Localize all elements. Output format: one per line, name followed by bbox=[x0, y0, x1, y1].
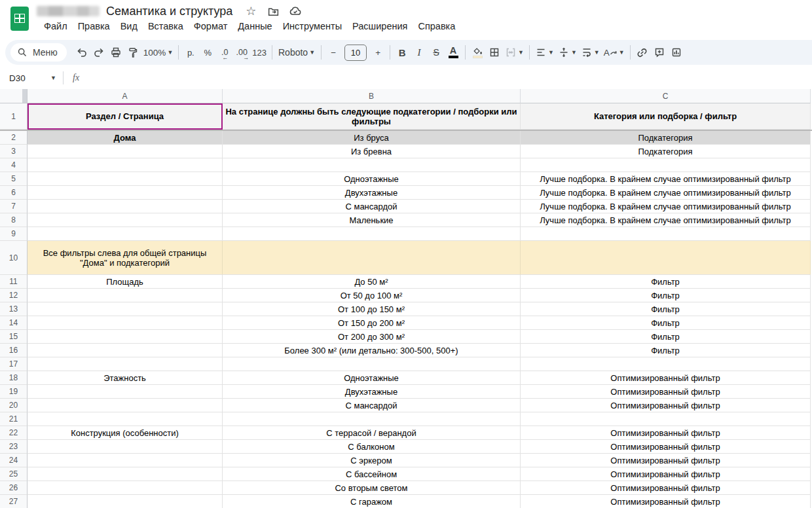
row-header-16[interactable]: 16 bbox=[0, 344, 28, 357]
cell-C7[interactable]: Лучше подборка. В крайнем случае оптимиз… bbox=[521, 200, 811, 213]
cell-A6[interactable] bbox=[28, 186, 223, 200]
cell-B4[interactable] bbox=[223, 158, 521, 172]
menu-data[interactable]: Данные bbox=[232, 19, 277, 33]
cell-A23[interactable] bbox=[28, 440, 223, 454]
cell-A25[interactable] bbox=[28, 467, 223, 481]
cell-B13[interactable]: От 100 до 150 м² bbox=[223, 302, 521, 316]
menu-file[interactable]: Файл bbox=[39, 19, 73, 33]
menu-tools[interactable]: Инструменты bbox=[278, 19, 347, 33]
row-header-25[interactable]: 25 bbox=[0, 467, 28, 481]
cell-C26[interactable]: Оптимизированный фильтр bbox=[521, 481, 811, 495]
cell-C15[interactable]: Фильтр bbox=[521, 330, 811, 344]
cell-C12[interactable]: Фильтр bbox=[521, 289, 811, 302]
cell-C9[interactable] bbox=[521, 227, 811, 241]
bold-button[interactable]: B bbox=[394, 43, 411, 62]
cell-C14[interactable]: Фильтр bbox=[521, 316, 811, 330]
sheets-logo-icon[interactable] bbox=[10, 7, 29, 31]
cell-A26[interactable] bbox=[28, 481, 223, 495]
cell-C24[interactable]: Оптимизированный фильтр bbox=[521, 454, 811, 467]
italic-button[interactable]: I bbox=[411, 43, 428, 62]
increase-decimal-button[interactable]: .00→ bbox=[233, 43, 250, 62]
text-color-button[interactable]: A bbox=[445, 43, 462, 62]
cell-A4[interactable] bbox=[28, 158, 223, 172]
strikethrough-button[interactable]: S bbox=[428, 43, 445, 62]
menu-insert[interactable]: Вставка bbox=[143, 19, 189, 33]
row-header-9[interactable]: 9 bbox=[0, 227, 28, 241]
increase-font-size-button[interactable]: + bbox=[369, 43, 386, 62]
document-status-cloud-icon[interactable] bbox=[289, 5, 302, 18]
cell-B3[interactable]: Из бревна bbox=[223, 145, 521, 158]
cell-B16[interactable]: Более 300 м² (или детально: 300-500, 500… bbox=[223, 344, 521, 357]
row-header-12[interactable]: 12 bbox=[0, 289, 28, 302]
menu-edit[interactable]: Правка bbox=[73, 19, 115, 33]
menu-view[interactable]: Вид bbox=[115, 19, 143, 33]
cell-C25[interactable]: Оптимизированный фильтр bbox=[521, 467, 811, 481]
menu-help[interactable]: Справка bbox=[413, 19, 460, 33]
row-header-24[interactable]: 24 bbox=[0, 454, 28, 467]
formula-input[interactable] bbox=[79, 67, 812, 89]
row-header-21[interactable]: 21 bbox=[0, 412, 28, 426]
row-header-10[interactable]: 10 bbox=[0, 241, 28, 275]
text-rotation-button[interactable]: A ▼ bbox=[602, 43, 627, 62]
insert-comment-button[interactable] bbox=[651, 43, 668, 62]
row-header-8[interactable]: 8 bbox=[0, 213, 28, 227]
row-header-23[interactable]: 23 bbox=[0, 440, 28, 454]
cell-A12[interactable] bbox=[28, 289, 223, 302]
menu-extensions[interactable]: Расширения bbox=[347, 19, 413, 33]
column-header-C[interactable]: C bbox=[521, 89, 811, 103]
document-title[interactable]: Семантика и структура bbox=[106, 5, 232, 18]
row-header-27[interactable]: 27 bbox=[0, 495, 28, 508]
cell-B7[interactable]: С мансардой bbox=[223, 200, 521, 213]
row-header-19[interactable]: 19 bbox=[0, 385, 28, 399]
cell-A7[interactable] bbox=[28, 200, 223, 213]
select-all-corner[interactable] bbox=[0, 89, 28, 103]
cell-A8[interactable] bbox=[28, 213, 223, 227]
cell-A13[interactable] bbox=[28, 302, 223, 316]
cell-C19[interactable]: Оптимизированный фильтр bbox=[521, 385, 811, 399]
cell-A19[interactable] bbox=[28, 385, 223, 399]
cell-B12[interactable]: От 50 до 100 м² bbox=[223, 289, 521, 302]
cell-A24[interactable] bbox=[28, 454, 223, 467]
cell-A2[interactable]: Дома bbox=[28, 131, 223, 145]
column-header-A[interactable]: A bbox=[28, 89, 223, 103]
cell-B5[interactable]: Одноэтажные bbox=[223, 172, 521, 186]
cell-C16[interactable]: Фильтр bbox=[521, 344, 811, 357]
row-header-2[interactable]: 2 bbox=[0, 131, 28, 145]
row-header-20[interactable]: 20 bbox=[0, 399, 28, 412]
cell-A15[interactable] bbox=[28, 330, 223, 344]
cell-B21[interactable] bbox=[223, 412, 521, 426]
column-header-B[interactable]: B bbox=[223, 89, 521, 103]
cell-B1[interactable]: На странице должны быть следующие подкат… bbox=[223, 103, 521, 130]
format-currency-button[interactable]: р. bbox=[182, 43, 199, 62]
cell-A18[interactable]: Этажность bbox=[28, 371, 223, 385]
text-wrap-button[interactable]: ▼ bbox=[579, 43, 602, 62]
cell-A5[interactable] bbox=[28, 172, 223, 186]
format-percent-button[interactable]: % bbox=[199, 43, 216, 62]
cell-B22[interactable]: С террасой / верандой bbox=[223, 426, 521, 440]
cell-A17[interactable] bbox=[28, 357, 223, 371]
cell-B27[interactable]: С гаражом bbox=[223, 495, 521, 508]
cell-C3[interactable]: Подкатегория bbox=[521, 145, 811, 158]
menu-format[interactable]: Формат bbox=[189, 19, 233, 33]
cell-C23[interactable]: Оптимизированный фильтр bbox=[521, 440, 811, 454]
cell-B24[interactable]: С эркером bbox=[223, 454, 521, 467]
cell-C22[interactable]: Оптимизированный фильтр bbox=[521, 426, 811, 440]
cell-A3[interactable] bbox=[28, 145, 223, 158]
name-box[interactable]: D30 ▼ bbox=[0, 73, 63, 83]
row-header-1[interactable]: 1 bbox=[0, 103, 28, 130]
cell-A14[interactable] bbox=[28, 316, 223, 330]
font-family-select[interactable]: Roboto ▼ bbox=[276, 43, 318, 62]
insert-chart-button[interactable] bbox=[668, 43, 685, 62]
decrease-font-size-button[interactable]: − bbox=[325, 43, 342, 62]
row-header-3[interactable]: 3 bbox=[0, 145, 28, 158]
font-size-input[interactable]: 10 bbox=[344, 45, 367, 61]
zoom-select[interactable]: 100% ▼ bbox=[141, 43, 175, 62]
cell-B19[interactable]: Двухэтажные bbox=[223, 385, 521, 399]
cell-A27[interactable] bbox=[28, 495, 223, 508]
cell-B11[interactable]: До 50 м² bbox=[223, 275, 521, 289]
cell-C10[interactable] bbox=[521, 241, 811, 275]
cell-B18[interactable]: Одноэтажные bbox=[223, 371, 521, 385]
redo-button[interactable] bbox=[90, 43, 107, 62]
cell-A10[interactable]: Все фильтры слева для общей страницы "До… bbox=[28, 241, 223, 275]
row-header-18[interactable]: 18 bbox=[0, 371, 28, 385]
